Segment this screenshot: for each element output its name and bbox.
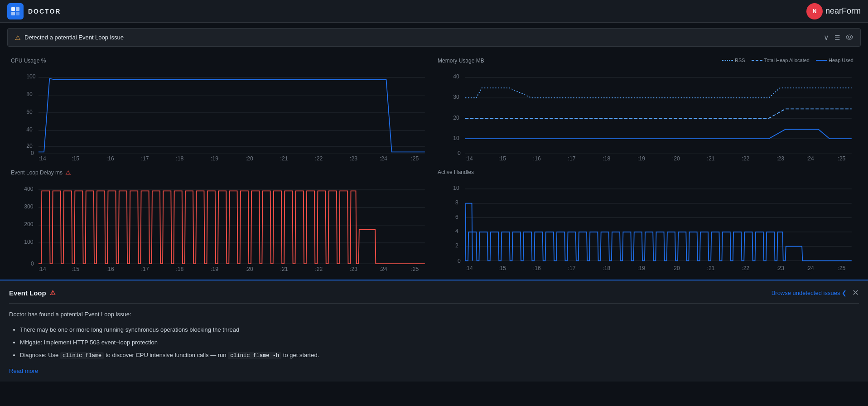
svg-text::25: :25 (411, 266, 419, 272)
svg-text::16: :16 (533, 265, 541, 271)
svg-text:100: 100 (26, 73, 36, 80)
legend-heap-line (752, 60, 762, 61)
header-left: DOCTOR (7, 3, 61, 19)
panel-divider (9, 303, 859, 304)
bottom-panel-header: Event Loop ⚠ Browse undetected issues ❮ … (9, 288, 859, 298)
svg-text::22: :22 (315, 266, 323, 272)
svg-text::21: :21 (707, 155, 715, 162)
bottom-panel-close-button[interactable]: ✕ (852, 288, 859, 298)
legend-rss-line (722, 60, 733, 61)
svg-text::17: :17 (568, 265, 576, 271)
svg-text::18: :18 (603, 265, 610, 271)
list-item: There may be one or more long running sy… (20, 324, 859, 336)
svg-text::25: :25 (838, 265, 845, 271)
legend-heap-used-line (816, 60, 827, 61)
svg-text:20: 20 (453, 115, 459, 121)
svg-text:0: 0 (31, 150, 34, 156)
svg-text:80: 80 (26, 91, 33, 97)
svg-rect-3 (16, 12, 19, 15)
svg-text::16: :16 (106, 266, 114, 272)
memory-chart-svg: 40 30 20 10 0 :14 :15 (438, 68, 857, 159)
svg-text::24: :24 (380, 266, 387, 272)
alert-eye-button[interactable] (846, 34, 853, 41)
svg-text:20: 20 (26, 143, 33, 149)
cpu-chart-container: CPU Usage % 100 80 60 40 20 0 (7, 52, 434, 164)
app-title: DOCTOR (28, 8, 61, 15)
memory-chart: 40 30 20 10 0 :14 :15 (438, 68, 857, 160)
svg-text:40: 40 (453, 73, 459, 80)
bottom-panel: Event Loop ⚠ Browse undetected issues ❮ … (0, 280, 868, 382)
event-loop-chart-svg: 400 300 200 100 0 :14 :15 :16 :17 : (11, 180, 430, 271)
bottom-panel-alert-icon: ⚠ (50, 289, 56, 296)
svg-text::15: :15 (498, 155, 506, 162)
panel-description: Doctor has found a potential Event Loop … (9, 311, 859, 318)
svg-text::24: :24 (806, 155, 814, 162)
active-handles-chart-svg: 10 8 6 4 2 0 :14 :15 :16 (438, 179, 857, 270)
event-loop-chart-title: Event Loop Delay ms ⚠ (11, 169, 430, 176)
svg-text::17: :17 (568, 155, 576, 162)
svg-text::23: :23 (776, 265, 784, 271)
svg-text:100: 100 (24, 239, 34, 245)
svg-text::15: :15 (72, 266, 79, 272)
svg-text:300: 300 (24, 203, 34, 210)
svg-text::23: :23 (776, 155, 784, 162)
svg-text:40: 40 (26, 126, 33, 133)
event-loop-chart: 400 300 200 100 0 :14 :15 :16 :17 : (11, 180, 430, 272)
charts-grid: CPU Usage % 100 80 60 40 20 0 (0, 52, 868, 276)
active-handles-chart-container: Active Handles 10 8 6 4 2 0 (434, 164, 861, 276)
legend-total-heap: Total Heap Allocated (752, 58, 810, 63)
svg-point-7 (849, 36, 851, 38)
svg-text::19: :19 (211, 155, 218, 162)
svg-text:10: 10 (453, 135, 459, 141)
svg-text:2: 2 (455, 242, 458, 249)
svg-text::24: :24 (380, 155, 387, 162)
alert-banner-left: ⚠ Detected a potential Event Loop issue (15, 34, 124, 41)
list-item: Mitigate: Implement HTTP 503 event–loop … (20, 337, 859, 348)
browse-undetected-link[interactable]: Browse undetected issues ❮ (772, 290, 847, 296)
read-more-link[interactable]: Read more (9, 367, 38, 374)
active-handles-chart-title: Active Handles (438, 169, 857, 175)
svg-text::18: :18 (176, 266, 183, 272)
svg-text::15: :15 (498, 265, 506, 271)
svg-text::20: :20 (672, 265, 680, 271)
event-loop-alert-icon: ⚠ (65, 169, 71, 176)
svg-text::22: :22 (742, 265, 749, 271)
svg-text:0: 0 (31, 261, 34, 267)
svg-text:400: 400 (24, 186, 34, 192)
header-right: N nearForm (806, 3, 861, 19)
svg-text::16: :16 (533, 155, 541, 162)
svg-text:8: 8 (455, 199, 458, 206)
svg-text::21: :21 (280, 266, 288, 272)
alert-menu-button[interactable]: ☰ (834, 34, 840, 41)
svg-text::23: :23 (350, 266, 357, 272)
svg-text::21: :21 (707, 265, 715, 271)
alert-warning-icon: ⚠ (15, 34, 21, 41)
list-item: Diagnose: Use clinic flame to discover C… (20, 349, 859, 361)
svg-text::20: :20 (246, 155, 253, 162)
svg-text::20: :20 (246, 266, 253, 272)
svg-text::18: :18 (603, 155, 610, 162)
svg-text:N: N (813, 8, 817, 14)
svg-text::25: :25 (838, 155, 845, 162)
svg-text::25: :25 (411, 155, 419, 162)
svg-text::14: :14 (465, 265, 473, 271)
memory-chart-container: Memory Usage MB RSS Total Heap Allocated… (434, 52, 861, 164)
svg-text:30: 30 (453, 94, 459, 100)
svg-text::14: :14 (39, 266, 46, 272)
svg-text::24: :24 (806, 265, 814, 271)
svg-text::19: :19 (637, 155, 645, 162)
alert-banner-controls: ∨ ☰ (824, 33, 853, 42)
alert-chevron-button[interactable]: ∨ (824, 33, 829, 42)
bottom-panel-title: Event Loop ⚠ (9, 289, 56, 297)
panel-list: There may be one or more long running sy… (9, 324, 859, 361)
legend-rss: RSS (722, 58, 745, 63)
alert-banner: ⚠ Detected a potential Event Loop issue … (7, 28, 861, 47)
svg-text:0: 0 (458, 258, 461, 264)
memory-chart-legend: RSS Total Heap Allocated Heap Used (722, 58, 854, 63)
alert-banner-text: Detected a potential Event Loop issue (24, 34, 124, 41)
svg-text::17: :17 (141, 155, 149, 162)
svg-text:200: 200 (24, 221, 34, 227)
svg-text::19: :19 (211, 266, 218, 272)
svg-point-6 (846, 35, 853, 39)
legend-heap-used: Heap Used (816, 58, 854, 63)
